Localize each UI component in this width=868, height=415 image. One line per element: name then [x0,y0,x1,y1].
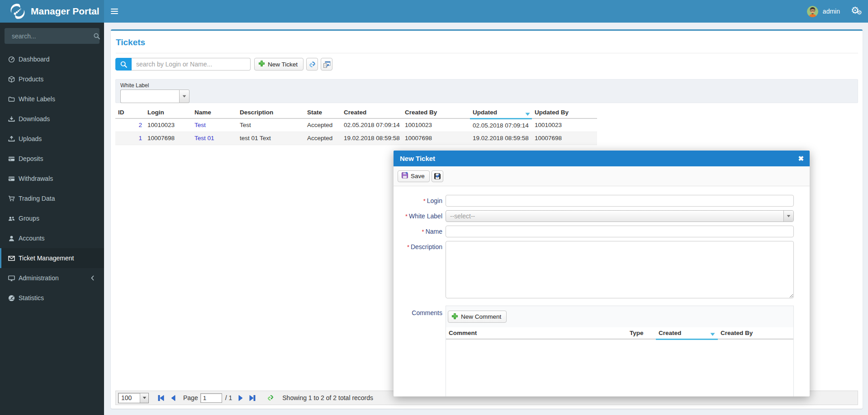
column-header-description[interactable]: Description [237,108,304,118]
close-icon[interactable]: ✖ [798,155,804,162]
dropdown-arrow-button[interactable] [179,90,190,103]
page-number-input[interactable] [200,393,222,403]
prev-page-button[interactable] [167,392,179,403]
column-header-id[interactable]: ID [115,108,145,118]
avatar-image-icon [807,6,818,17]
ticket-search-input[interactable] [132,58,251,71]
white-label-filter-label: White Label [116,80,858,89]
credit-card-icon [8,155,15,162]
sidebar: Dashboard Products White Labels Download… [0,23,104,415]
required-marker: * [422,228,424,235]
sidebar-item-trading-data[interactable]: Trading Data [0,189,104,208]
sidebar-search-button[interactable] [94,28,100,44]
page-size-select[interactable]: 100 [118,393,149,403]
search-icon [120,61,127,68]
title-divider [116,53,858,53]
app-logo[interactable]: Manager Portal [0,0,104,23]
ticket-name-link[interactable]: Test [194,122,206,128]
column-header-comment[interactable]: Comment [446,327,627,339]
plus-icon [451,313,458,321]
sidebar-item-accounts[interactable]: Accounts [0,228,104,248]
username-label[interactable]: admin [823,8,840,15]
sidebar-item-products[interactable]: Products [0,69,104,89]
page-word-label: Page [183,394,198,401]
sidebar-toggle-button[interactable] [104,0,124,23]
column-header-type[interactable]: Type [627,327,656,339]
sort-desc-icon [710,331,715,338]
column-header-updated-by[interactable]: Updated By [532,108,597,118]
ticket-id-link[interactable]: 2 [138,122,142,128]
next-page-button[interactable] [235,392,247,403]
sidebar-search-input[interactable] [5,33,94,40]
dashboard-icon [8,56,15,63]
save-button[interactable]: Save [398,170,430,182]
ticket-search-group [115,58,251,71]
filter-panel: White Label [115,79,858,103]
cube-icon [8,75,15,83]
column-header-state[interactable]: State [304,108,341,118]
sidebar-item-ticket-management[interactable]: Ticket Management [0,248,104,268]
sidebar-item-administration[interactable]: Administration [0,268,104,288]
select-arrow-button [140,393,148,403]
sidebar-item-statistics[interactable]: Statistics [0,288,104,308]
export-grid-button[interactable] [321,58,332,71]
required-marker: * [405,213,408,220]
modal-title: New Ticket [400,155,435,162]
column-header-created[interactable]: Created [656,327,718,339]
white-label-select[interactable]: --select-- [446,210,794,222]
white-label-filter-value[interactable] [120,90,179,103]
dropdown-arrow-button[interactable] [783,211,793,222]
swirl-logo-icon [9,3,26,19]
user-avatar[interactable] [807,6,818,17]
column-header-name[interactable]: Name [192,108,237,118]
name-input[interactable] [446,226,794,237]
save-disk-icon [401,172,408,180]
new-ticket-button[interactable]: New Ticket [254,58,304,71]
column-header-created[interactable]: Created [341,108,402,118]
reload-button[interactable] [265,392,276,403]
description-textarea[interactable] [446,241,794,298]
ticket-name-link[interactable]: Test 01 [194,135,214,141]
ticket-row[interactable]: 2 10010023 Test Test Accepted 02.05.2018… [115,118,597,132]
comments-label: Comments [394,309,442,316]
folder-icon [8,95,15,103]
cart-icon [8,195,15,202]
app-title: Manager Portal [31,6,100,17]
modal-toolbar: Save [394,166,810,186]
user-icon [8,235,15,242]
last-page-button[interactable] [247,392,258,403]
required-marker: * [423,198,426,204]
sidebar-item-groups[interactable]: Groups [0,208,104,228]
new-comment-button[interactable]: New Comment [448,311,507,323]
comments-toolbar: New Comment [446,306,793,327]
column-header-created-by[interactable]: Created By [402,108,470,118]
sidebar-item-withdrawals[interactable]: Withdrawals [0,169,104,189]
ticket-search-button[interactable] [115,58,132,71]
gauge-icon [8,294,15,302]
sidebar-item-white-labels[interactable]: White Labels [0,89,104,109]
sidebar-item-deposits[interactable]: Deposits [0,149,104,169]
save-and-close-button[interactable] [432,170,443,182]
white-label-label: *White Label [394,212,442,220]
sidebar-search [5,28,100,44]
tickets-table: ID Login Name Description State Created … [115,108,597,145]
login-input[interactable] [446,195,794,207]
sidebar-item-dashboard[interactable]: Dashboard [0,49,104,69]
sidebar-item-uploads[interactable]: Uploads [0,129,104,149]
column-header-login[interactable]: Login [145,108,192,118]
ticket-id-link[interactable]: 1 [138,135,142,141]
hamburger-icon [111,7,118,15]
sidebar-item-downloads[interactable]: Downloads [0,109,104,129]
white-label-filter-combobox[interactable] [120,90,190,103]
page-size-value: 100 [119,393,140,403]
column-header-updated[interactable]: Updated [470,108,532,118]
refresh-grid-button[interactable] [306,58,318,71]
settings-gears-icon[interactable]: ⚙⚙ [852,6,862,17]
desktop-icon [8,274,15,282]
download-icon [8,115,15,123]
sidebar-menu: Dashboard Products White Labels Download… [0,49,104,308]
first-page-button[interactable] [155,392,167,403]
dropdown-triangle-icon [787,215,791,217]
ticket-row[interactable]: 1 10007698 Test 01 test 01 Text Accepted… [115,132,597,145]
column-header-created-by[interactable]: Created By [718,327,793,339]
